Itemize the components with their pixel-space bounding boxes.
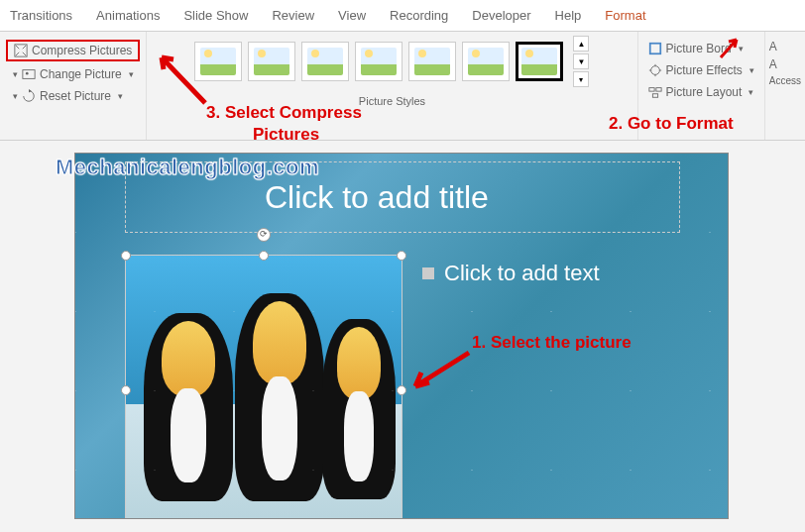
styles-group-label: Picture Styles bbox=[359, 95, 425, 107]
style-thumb-3[interactable] bbox=[301, 42, 349, 81]
resize-handle-mr[interactable] bbox=[397, 385, 406, 395]
title-placeholder[interactable]: Click to add title bbox=[125, 161, 680, 233]
style-gallery-expand[interactable]: ▾ bbox=[573, 71, 589, 87]
alt-text-a2[interactable]: A bbox=[769, 57, 801, 71]
layout-icon bbox=[648, 85, 662, 99]
reset-picture-button[interactable]: ▾ Reset Picture ▾ bbox=[6, 87, 140, 105]
change-label: Change Picture bbox=[40, 67, 122, 81]
selected-picture[interactable]: ⟳ bbox=[125, 255, 402, 519]
svg-point-4 bbox=[650, 66, 659, 75]
effects-label: Picture Effects bbox=[666, 63, 743, 77]
slide-canvas[interactable]: Click to add title ⟳ Click to add text bbox=[74, 153, 729, 519]
tab-help[interactable]: Help bbox=[555, 8, 582, 23]
tab-view[interactable]: View bbox=[338, 8, 366, 23]
picture-border-button[interactable]: Picture Bord ▾ bbox=[644, 40, 758, 57]
change-picture-button[interactable]: ▾ Change Picture ▾ bbox=[6, 65, 140, 83]
svg-rect-3 bbox=[649, 44, 660, 54]
ribbon: Compress Pictures ▾ Change Picture ▾ ▾ R… bbox=[0, 32, 805, 141]
penguin-graphic bbox=[322, 319, 396, 499]
style-thumb-5[interactable] bbox=[408, 42, 456, 81]
picture-styles-group: ▲ ▼ ▾ Picture Styles bbox=[147, 32, 637, 140]
text-placeholder[interactable]: Click to add text bbox=[422, 261, 600, 286]
chevron-down-icon: ▾ bbox=[748, 87, 753, 97]
style-thumb-7[interactable] bbox=[516, 42, 563, 81]
tab-format[interactable]: Format bbox=[605, 8, 645, 23]
tab-review[interactable]: Review bbox=[272, 8, 314, 23]
change-picture-icon bbox=[22, 67, 36, 81]
style-thumb-4[interactable] bbox=[355, 42, 402, 81]
style-scroll-up[interactable]: ▲ bbox=[573, 36, 589, 52]
tab-transitions[interactable]: Transitions bbox=[10, 8, 72, 23]
reset-icon bbox=[22, 89, 36, 103]
picture-layout-button[interactable]: Picture Layout ▾ bbox=[644, 83, 758, 101]
chevron-down-icon: ▾ bbox=[129, 69, 134, 79]
picture-format-group: Picture Bord ▾ Picture Effects ▾ Picture… bbox=[638, 32, 764, 140]
text-placeholder-label: Click to add text bbox=[444, 261, 600, 286]
style-scroll-down[interactable]: ▼ bbox=[573, 53, 589, 69]
svg-rect-1 bbox=[23, 70, 35, 79]
right-ribbon-edge: A A Access bbox=[764, 32, 805, 140]
tab-slideshow[interactable]: Slide Show bbox=[183, 8, 248, 23]
svg-point-2 bbox=[26, 72, 29, 75]
resize-handle-ml[interactable] bbox=[121, 385, 131, 395]
picture-effects-button[interactable]: Picture Effects ▾ bbox=[644, 61, 758, 79]
tab-recording[interactable]: Recording bbox=[390, 8, 448, 23]
style-thumbnails: ▲ ▼ ▾ bbox=[194, 36, 589, 87]
chevron-down-icon: ▾ bbox=[118, 91, 123, 101]
svg-rect-5 bbox=[648, 88, 653, 92]
style-thumb-1[interactable] bbox=[194, 42, 242, 81]
ribbon-tabs: Transitions Animations Slide Show Review… bbox=[0, 0, 805, 32]
content-placeholder: ⟳ Click to add text bbox=[125, 255, 729, 519]
layout-label: Picture Layout bbox=[666, 85, 743, 99]
border-label: Picture Bord bbox=[666, 42, 732, 55]
svg-rect-6 bbox=[655, 88, 660, 92]
alt-text-a[interactable]: A bbox=[769, 40, 801, 53]
compress-pictures-button[interactable]: Compress Pictures bbox=[6, 40, 140, 61]
resize-handle-tm[interactable] bbox=[259, 251, 269, 261]
reset-label: Reset Picture bbox=[40, 89, 111, 103]
bullet-icon bbox=[422, 267, 434, 279]
border-icon bbox=[648, 42, 662, 55]
chevron-icon: ▾ bbox=[13, 91, 18, 101]
style-thumb-2[interactable] bbox=[248, 42, 295, 81]
accessibility-label: Access bbox=[769, 75, 801, 86]
resize-handle-tl[interactable] bbox=[121, 251, 131, 261]
resize-handle-tr[interactable] bbox=[397, 251, 406, 261]
tab-animations[interactable]: Animations bbox=[96, 8, 160, 23]
chevron-icon: ▾ bbox=[13, 69, 18, 79]
style-thumb-6[interactable] bbox=[462, 42, 510, 81]
svg-rect-7 bbox=[652, 94, 657, 98]
title-text: Click to add title bbox=[265, 179, 489, 216]
chevron-down-icon: ▾ bbox=[749, 65, 754, 75]
penguin-graphic bbox=[235, 293, 324, 501]
compress-icon bbox=[14, 44, 28, 57]
penguin-graphic bbox=[144, 313, 233, 501]
style-scroll: ▲ ▼ ▾ bbox=[573, 36, 589, 87]
effects-icon bbox=[648, 63, 662, 77]
rotate-handle[interactable]: ⟳ bbox=[257, 228, 271, 242]
adjust-group: Compress Pictures ▾ Change Picture ▾ ▾ R… bbox=[0, 32, 147, 140]
chevron-down-icon: ▾ bbox=[739, 44, 744, 53]
tab-developer[interactable]: Developer bbox=[472, 8, 530, 23]
compress-label: Compress Pictures bbox=[32, 44, 132, 57]
